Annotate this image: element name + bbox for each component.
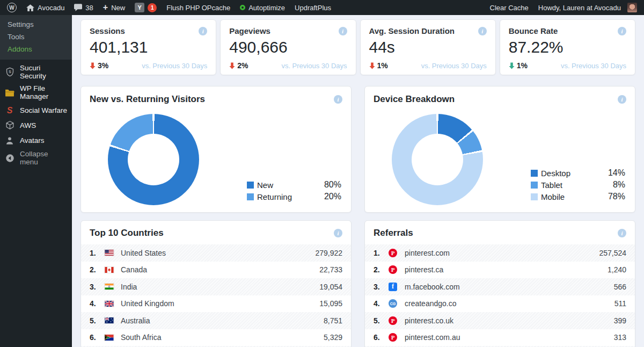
- wordpress-menu[interactable]: W: [2, 0, 21, 15]
- device-breakdown-panel: Device Breakdown i Desktop 14% Tablet 8%…: [364, 86, 635, 213]
- compare-label: vs. Previous 30 Days: [421, 62, 487, 70]
- referral-value: 566: [614, 283, 626, 291]
- legend-swatch-desktop: [531, 170, 538, 177]
- arrow-down-icon: [369, 62, 375, 69]
- sidebar-item-wp-file-manager[interactable]: WP File Manager: [0, 82, 72, 103]
- country-value: 5,329: [324, 333, 342, 342]
- country-value: 15,095: [319, 299, 342, 308]
- stat-title: Pageviews: [229, 26, 270, 35]
- rank: 5.: [90, 316, 104, 325]
- legend-swatch-tablet: [531, 182, 538, 189]
- referral-name: pinterest.ca: [405, 265, 608, 274]
- autoptimize-menu[interactable]: Autoptimize: [235, 0, 290, 15]
- submenu-item-tools[interactable]: Tools: [0, 31, 72, 43]
- legend-row: Desktop 14%: [531, 168, 625, 178]
- legend-value: 14%: [602, 168, 625, 178]
- flag-au-icon: [104, 317, 114, 324]
- info-icon[interactable]: i: [618, 27, 626, 35]
- howdy-text: Howdy, Lauren at Avocadu: [538, 4, 621, 12]
- sidebar-item-label: Social Warfare: [20, 106, 67, 114]
- rank: 6.: [90, 333, 104, 342]
- site-name-link[interactable]: Avocadu: [21, 0, 69, 15]
- svg-text:S: S: [7, 106, 13, 115]
- info-icon[interactable]: i: [334, 229, 342, 237]
- submenu-item-addons[interactable]: Addons: [0, 43, 72, 55]
- yoast-seo-menu[interactable]: Y 1: [130, 0, 162, 15]
- flush-opcache-button[interactable]: Flush PHP OPcache: [162, 0, 235, 15]
- country-value: 19,054: [319, 283, 342, 291]
- clear-cache-button[interactable]: Clear Cache: [485, 0, 533, 15]
- legend-row: Tablet 8%: [531, 180, 625, 190]
- info-icon[interactable]: i: [199, 27, 207, 35]
- stat-title: Bounce Rate: [509, 26, 558, 35]
- referral-name: pinterest.co.uk: [405, 316, 614, 325]
- info-icon[interactable]: i: [618, 229, 626, 237]
- charts-row: New vs. Returning Visitors i New 80% Ret…: [80, 86, 635, 213]
- rank: 4.: [90, 299, 104, 308]
- admin-bar: W Avocadu 38 + New Y 1 Flush PHP OPcache…: [0, 0, 644, 15]
- info-icon[interactable]: i: [478, 27, 487, 35]
- info-icon[interactable]: i: [339, 27, 347, 35]
- lists-row: Top 10 Countries i 1. United States 279,…: [80, 220, 635, 347]
- legend-label: Tablet: [541, 180, 598, 190]
- sidebar-item-social-warfare[interactable]: S Social Warfare: [0, 103, 72, 118]
- sidebar-item-avatars[interactable]: Avatars: [0, 133, 72, 148]
- new-content-button[interactable]: + New: [98, 0, 130, 15]
- comments-link[interactable]: 38: [69, 0, 98, 15]
- country-row: 1. United States 279,922: [81, 244, 351, 262]
- pinterest-icon: P: [387, 316, 398, 325]
- country-row: 4. United Kingdom 15,095: [81, 295, 351, 313]
- referral-value: 399: [614, 316, 626, 325]
- legend-row: Mobile 78%: [531, 192, 625, 201]
- wordpress-logo-icon: W: [7, 3, 17, 12]
- folder-icon: [4, 87, 15, 98]
- rank: 3.: [90, 283, 104, 291]
- visitors-donut-chart[interactable]: [108, 114, 199, 205]
- referrals-panel: Referrals i 1. P pinterest.com 257,524 2…: [364, 220, 635, 347]
- collapse-arrow-icon: [4, 153, 15, 163]
- submenu-item-settings[interactable]: Settings: [0, 18, 72, 31]
- collapse-menu-button[interactable]: Collapse menu: [0, 148, 72, 168]
- top-countries-panel: Top 10 Countries i 1. United States 279,…: [80, 220, 352, 347]
- yoast-seo-icon: Y: [135, 3, 144, 12]
- stat-card-avg-session-duration: Avg. Session Duration i 44s 1% vs. Previ…: [360, 19, 496, 75]
- country-row: 5. Australia 8,751: [81, 312, 351, 329]
- trend-indicator: 3%: [90, 61, 108, 70]
- info-icon[interactable]: i: [334, 95, 342, 104]
- stat-value: 490,666: [229, 38, 347, 56]
- device-legend: Desktop 14% Tablet 8% Mobile 78%: [531, 166, 625, 201]
- cube-icon: [4, 120, 15, 131]
- createandgo-icon: CG: [387, 299, 398, 308]
- sidebar-item-aws[interactable]: AWS: [0, 118, 72, 133]
- referral-row: 4. CG createandgo.co 511: [365, 295, 635, 313]
- sidebar-item-sucuri-security[interactable]: S Sucuri Security: [0, 62, 72, 82]
- trend-change: 1%: [517, 61, 528, 70]
- info-icon[interactable]: i: [618, 95, 626, 104]
- legend-row: New 80%: [247, 180, 341, 190]
- rank: 6.: [374, 333, 387, 342]
- legend-value: 78%: [602, 192, 625, 201]
- arrow-down-icon: [509, 62, 515, 69]
- country-name: United Kingdom: [121, 299, 319, 308]
- arrow-down-icon: [229, 62, 235, 69]
- rank: 3.: [374, 283, 387, 291]
- referral-value: 257,524: [599, 249, 626, 257]
- stat-title: Avg. Session Duration: [369, 26, 455, 35]
- country-row: 2. Canada 22,733: [81, 262, 351, 279]
- pinterest-icon: P: [387, 249, 398, 257]
- legend-swatch-new: [247, 182, 254, 189]
- device-donut-chart[interactable]: [392, 114, 483, 205]
- legend-label: New: [257, 180, 314, 190]
- panel-title: Referrals: [374, 228, 413, 238]
- flag-ca-icon: [104, 266, 114, 273]
- account-menu[interactable]: Howdy, Lauren at Avocadu: [533, 0, 642, 15]
- country-name: India: [121, 283, 319, 291]
- updraftplus-menu[interactable]: UpdraftPlus: [290, 0, 336, 15]
- stat-value: 44s: [369, 38, 487, 56]
- autoptimize-status-icon: [240, 5, 245, 10]
- country-row: 6. South Africa 5,329: [81, 329, 351, 346]
- plugin-menu: S Sucuri Security WP File Manager S Soci…: [0, 60, 72, 168]
- panel-title: Device Breakdown: [374, 94, 455, 105]
- svg-text:S: S: [9, 70, 11, 74]
- stat-card-pageviews: Pageviews i 490,666 2% vs. Previous 30 D…: [220, 19, 356, 75]
